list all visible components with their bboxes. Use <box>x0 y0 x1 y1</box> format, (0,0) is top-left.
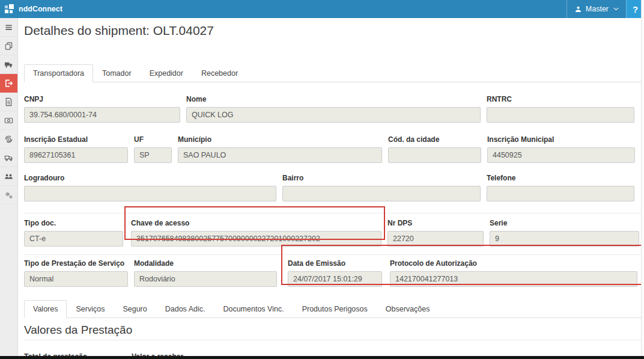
telefone-label: Telefone <box>487 174 634 182</box>
municipio-label: Município <box>178 135 382 144</box>
logradouro-label: Logradouro <box>24 174 276 182</box>
nr-dps-input <box>387 231 484 247</box>
field-cnpj: CNPJ <box>24 95 180 123</box>
help-label: ? <box>633 4 638 14</box>
serie-label: Serie <box>490 219 639 227</box>
banknote-icon <box>4 116 13 125</box>
field-rntrc: RNTRC <box>487 95 634 123</box>
field-serie: Serie <box>490 219 639 247</box>
rntrc-input <box>487 107 634 123</box>
tab-observacoes[interactable]: Observações <box>377 300 439 318</box>
chave-acesso-label: Chave de acesso <box>131 219 381 227</box>
field-tipo-doc: Tipo doc. <box>24 219 123 247</box>
serie-input <box>490 231 639 247</box>
valores-section-header: Valores da Prestação <box>24 324 644 340</box>
tab-seguro[interactable]: Seguro <box>114 300 156 318</box>
cod-cidade-input <box>388 147 481 163</box>
sidebar-item-transport[interactable] <box>0 55 17 74</box>
field-chave-acesso: Chave de acesso <box>131 219 381 247</box>
tab-dados-adic[interactable]: Dados Adic. <box>156 300 214 318</box>
detail-tabs: Valores Serviços Seguro Dados Adic. Docu… <box>24 300 644 318</box>
field-telefone: Telefone <box>487 174 634 201</box>
form-row-2: Inscrição Estadual UF Município Cód. da … <box>24 135 644 163</box>
modalidade-label: Modalidade <box>134 259 277 268</box>
party-tabs: Transportadora Tomador Expedidor Recebed… <box>24 64 644 82</box>
tab-documentos-vinc[interactable]: Documentos Vinc. <box>214 300 293 318</box>
inscricao-municipal-input <box>487 147 635 163</box>
field-modalidade: Modalidade <box>134 259 277 287</box>
sidebar-item-users[interactable] <box>0 167 17 186</box>
scrollbar[interactable] <box>641 0 644 359</box>
gears-icon <box>4 191 13 200</box>
inscricao-municipal-label: Inscrição Municipal <box>487 135 635 144</box>
tab-tomador[interactable]: Tomador <box>93 64 141 82</box>
protocolo-input <box>390 271 637 287</box>
tab-produtos-perigosos[interactable]: Produtos Perigosos <box>293 300 377 318</box>
sign-out-icon <box>4 79 13 88</box>
protocolo-label: Protocolo de Autorização <box>390 259 637 268</box>
field-logradouro: Logradouro <box>24 174 276 201</box>
field-nr-dps: Nr DPS <box>387 219 484 247</box>
truck-icon <box>4 60 13 69</box>
app-header: nddConnect Master ? <box>0 0 644 18</box>
rntrc-label: RNTRC <box>487 95 634 103</box>
nome-input <box>186 107 481 123</box>
sidebar-item-finance[interactable] <box>0 130 17 149</box>
form-row-5: Tipo de Prestação de Serviço Modalidade … <box>24 254 644 287</box>
field-inscricao-municipal: Inscrição Municipal <box>487 135 635 163</box>
cnpj-input <box>24 107 180 123</box>
user-icon <box>574 5 582 13</box>
cod-cidade-label: Cód. da cidade <box>388 135 481 144</box>
sidebar-item-billing[interactable] <box>0 111 17 130</box>
file-icon <box>4 97 13 106</box>
sidebar-item-files[interactable] <box>0 93 17 111</box>
ndd-logo-icon <box>5 4 15 14</box>
users-icon <box>4 172 13 181</box>
field-nome: Nome <box>186 95 481 123</box>
sidebar-item-documents[interactable] <box>0 37 17 55</box>
sidebar-item-settings[interactable] <box>0 186 17 204</box>
user-menu-button[interactable]: Master <box>567 0 626 18</box>
tipo-prestacao-input <box>24 271 128 287</box>
tab-servicos[interactable]: Serviços <box>67 300 114 318</box>
sidebar <box>0 18 18 359</box>
main-content: Detalhes do shipment: OLT.04027 Transpor… <box>18 18 644 359</box>
field-bairro: Bairro <box>282 174 481 201</box>
form-row-3: Logradouro Bairro Telefone <box>24 174 644 201</box>
tab-valores[interactable]: Valores <box>24 300 67 318</box>
logradouro-input <box>24 186 276 201</box>
sidebar-menu-toggle[interactable] <box>0 18 17 37</box>
chave-acesso-input <box>131 231 381 247</box>
form-row-4: Tipo doc. Chave de acesso Nr DPS Serie <box>24 213 644 247</box>
brand-name: nddConnect <box>19 5 62 13</box>
nr-dps-label: Nr DPS <box>387 219 484 227</box>
tab-transportadora[interactable]: Transportadora <box>24 64 93 82</box>
modalidade-input <box>134 271 277 287</box>
inscricao-estadual-label: Inscrição Estadual <box>24 135 128 144</box>
field-tipo-prestacao: Tipo de Prestação de Serviço <box>24 259 128 287</box>
telefone-input <box>487 186 634 201</box>
form-row-1: CNPJ Nome RNTRC <box>24 95 644 123</box>
tab-expedidor[interactable]: Expedidor <box>141 64 192 82</box>
brand[interactable]: nddConnect <box>0 4 62 14</box>
field-cod-cidade: Cód. da cidade <box>388 135 481 163</box>
bairro-label: Bairro <box>282 174 481 182</box>
tipo-doc-label: Tipo doc. <box>24 219 123 227</box>
field-inscricao-estadual: Inscrição Estadual <box>24 135 128 163</box>
data-emissao-input <box>288 271 382 287</box>
menu-icon <box>4 23 13 32</box>
tipo-prestacao-label: Tipo de Prestação de Serviço <box>24 259 128 268</box>
bairro-input <box>282 186 481 201</box>
sidebar-item-shipments[interactable] <box>0 74 17 93</box>
data-emissao-label: Data de Emissão <box>288 259 382 268</box>
bottom-edge-bar <box>0 356 644 359</box>
municipio-input <box>178 147 382 163</box>
valores-section-title: Valores da Prestação <box>24 324 644 336</box>
sidebar-item-delivery[interactable] <box>0 149 17 167</box>
coin-exchange-icon <box>4 135 13 144</box>
field-uf: UF <box>134 135 172 163</box>
user-label: Master <box>586 5 609 13</box>
field-municipio: Município <box>178 135 382 163</box>
nome-label: Nome <box>186 95 481 103</box>
tab-recebedor[interactable]: Recebedor <box>192 64 247 82</box>
